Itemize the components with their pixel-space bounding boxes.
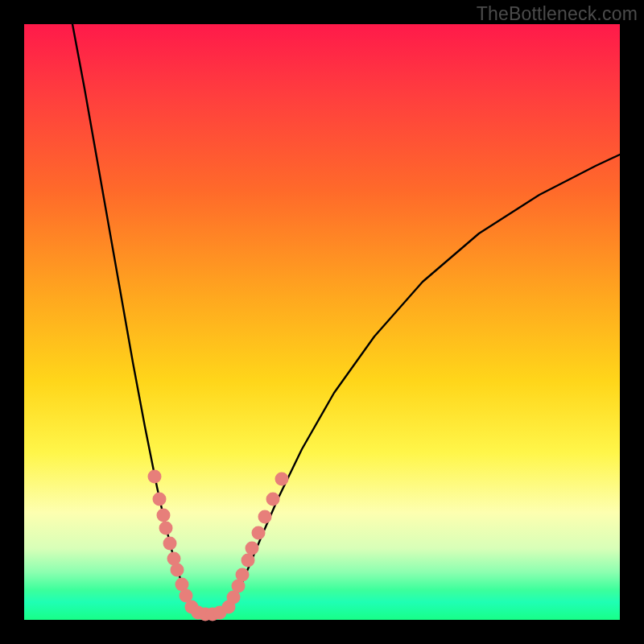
data-dot [157,509,171,522]
chart-svg [24,24,620,620]
bottleneck-curve [72,24,620,615]
data-dot [159,522,173,535]
data-dot [246,542,259,555]
data-dot [148,470,162,484]
data-dot [163,537,177,551]
data-dot [236,568,250,582]
data-dot [258,510,272,524]
data-dot [153,493,167,506]
data-dots [148,470,289,621]
chart-frame: TheBottleneck.com [0,0,644,644]
watermark-text: TheBottleneck.com [477,3,638,25]
data-dot [242,554,255,568]
data-dot [266,493,280,506]
data-dot [171,564,184,577]
plot-area [24,24,620,620]
data-dot [252,526,266,540]
data-dot [275,473,289,486]
